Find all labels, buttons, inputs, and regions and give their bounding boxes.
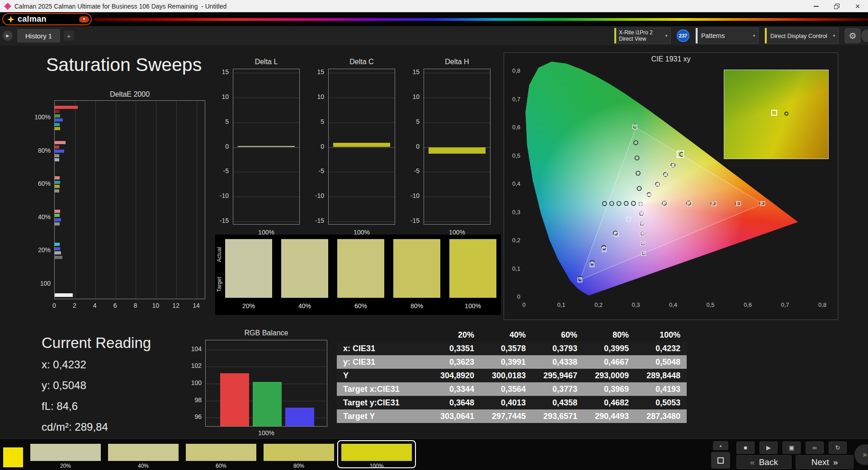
collapse-button[interactable]: ▲: [713, 441, 728, 450]
back-label: Back: [759, 457, 778, 467]
play-button[interactable]: ▶: [760, 442, 778, 454]
next-button[interactable]: Next »: [796, 455, 854, 469]
history-nav-button[interactable]: ▶: [3, 31, 13, 41]
gridline: [233, 221, 299, 222]
gridline: [329, 172, 395, 172]
chart-title: Delta H: [424, 58, 491, 66]
y-axis: 100%80%60%40%20%100: [36, 100, 52, 299]
pattern-tile[interactable]: [186, 444, 256, 461]
chevron-down-icon: ▼: [752, 34, 756, 38]
inset-measured-point: [784, 112, 788, 116]
sweep-swatch-label: 100%: [449, 302, 496, 310]
chevron-down-icon[interactable]: ▼: [79, 16, 89, 23]
x-tick-label: 0,4: [667, 301, 679, 308]
column-header: 60%: [532, 328, 584, 342]
x-tick-label: 0,1: [555, 301, 568, 308]
y-tick-label: 80%: [38, 147, 51, 154]
y-tick-label: 100%: [34, 113, 51, 121]
x-tick-label: 0: [518, 301, 530, 308]
add-tab-button[interactable]: +: [64, 31, 74, 41]
plot-area: [54, 100, 205, 299]
meter-select[interactable]: X-Rite i1Pro 2 Direct View ▼: [614, 28, 671, 44]
reading-fl: fL: 84,6: [42, 400, 151, 413]
measured-point: [610, 202, 614, 206]
gridline: [206, 350, 327, 350]
table-row: Target y:CIE310,36480,40130,43580,46820,…: [337, 396, 687, 409]
x-tick-label: 0: [49, 302, 60, 309]
y-tick-label: -10: [220, 192, 229, 199]
next-label: Next: [811, 457, 829, 467]
gridline: [197, 101, 197, 299]
display-control-select[interactable]: Direct Display Control ▼: [764, 28, 839, 44]
sweep-swatch-label: 40%: [281, 302, 328, 310]
pattern-tile[interactable]: [108, 444, 179, 461]
gridline: [329, 73, 395, 73]
window-icon: [717, 457, 724, 464]
y-tick-label: 0,8: [504, 67, 520, 74]
delta-bar: [429, 147, 486, 154]
gridline: [75, 101, 75, 299]
pattern-tile[interactable]: [264, 444, 334, 461]
sweep-swatch: [393, 239, 440, 298]
window-title: Calman 2025 Calman Ultimate for Business…: [14, 3, 226, 10]
y-tick-label: 0,5: [504, 152, 520, 159]
restore-icon: [834, 4, 840, 9]
gridline: [233, 73, 299, 73]
brand-bar: calman ▼: [0, 12, 868, 26]
column-header: 100%: [635, 328, 687, 342]
patterns-select[interactable]: Patterns ▼: [695, 28, 759, 44]
measured-point: [603, 202, 607, 206]
x-tick-label: 0,8: [816, 301, 829, 308]
delta-e-bar: [55, 185, 60, 188]
gridline: [424, 73, 490, 73]
delta-e-bar: [55, 218, 61, 221]
back-button[interactable]: « Back: [736, 455, 792, 469]
y-tick-label: -10: [410, 192, 420, 199]
y-tick-label: 5: [416, 118, 420, 125]
y-tick-label: -15: [220, 217, 229, 224]
table-row: Target Y303,0641297,7445293,6571290,4493…: [337, 409, 687, 423]
y-tick-label: -5: [319, 167, 324, 174]
pattern-tile[interactable]: [341, 444, 412, 461]
delta-e-chart: DeltaE 2000 100%80%60%40%20%100 02468101…: [36, 90, 217, 316]
pattern-tile[interactable]: [30, 444, 101, 461]
loop-button[interactable]: ∞: [806, 442, 824, 454]
overflow-button[interactable]: [861, 29, 868, 42]
gridline: [156, 101, 156, 299]
y-tick-label: 10: [317, 93, 324, 100]
plot-area: [328, 69, 395, 225]
minimize-button[interactable]: [806, 0, 826, 12]
y-tick-label: 0: [225, 143, 229, 150]
y-tick-label: 0: [321, 143, 324, 150]
gridline: [233, 172, 299, 172]
patterns-color-bar: [696, 28, 698, 43]
patterns-label: Patterns: [701, 32, 725, 39]
delta-e-bar: [55, 176, 60, 179]
y-tick-label: 40%: [38, 213, 51, 221]
y-tick-label: 15: [317, 68, 324, 75]
stop-button[interactable]: ■: [736, 442, 755, 454]
table-row: Y304,8920300,0183295,9467293,0009289,844…: [337, 369, 687, 382]
settings-button[interactable]: ⚙: [844, 28, 861, 43]
close-button[interactable]: ×: [847, 0, 868, 12]
gridline: [424, 98, 490, 98]
title-bar: Calman 2025 Calman Ultimate for Business…: [0, 0, 868, 12]
y-tick-label: 20%: [38, 246, 51, 254]
pattern-window-button[interactable]: [711, 452, 730, 469]
reading-count-badge[interactable]: 237: [677, 29, 689, 42]
calman-logo[interactable]: calman ▼: [2, 13, 92, 25]
red-bar: [220, 373, 249, 426]
refresh-button[interactable]: ↻: [829, 442, 847, 454]
tab-history-1[interactable]: History 1: [17, 29, 60, 42]
x-tick-label: 0,2: [592, 301, 605, 308]
delta-l-chart: Delta L 151050-5-10-15 100%: [212, 58, 305, 239]
x-axis-label: 100%: [205, 429, 327, 437]
delta-e-bar: [55, 141, 66, 144]
calman-star-icon: [7, 15, 15, 24]
measured-point: [632, 201, 636, 205]
sweep-swatch-label: 60%: [337, 302, 384, 310]
save-button[interactable]: ▣: [783, 442, 801, 454]
restore-button[interactable]: [826, 0, 847, 12]
delta-e-bar: [55, 243, 60, 246]
delta-e-bar: [55, 251, 61, 254]
